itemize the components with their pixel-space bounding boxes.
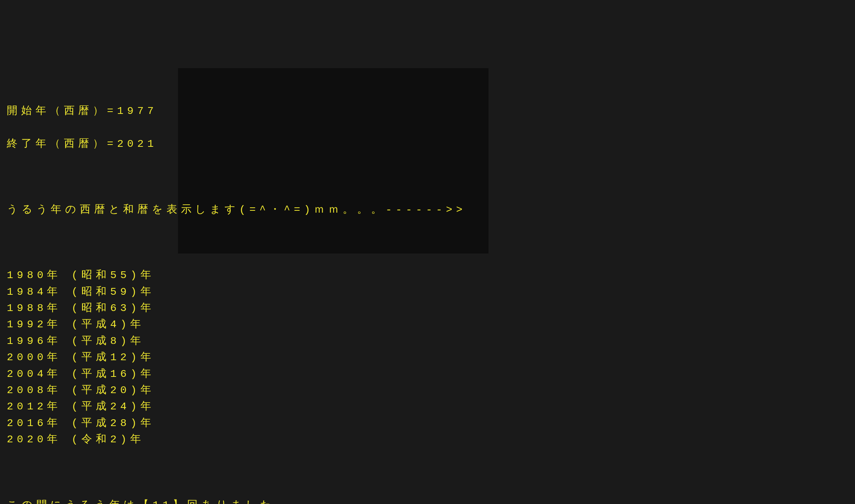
leap-year-row: 1984年 (昭和59)年 [7,284,848,300]
end-year-value: 2021 [117,138,157,150]
footer-prefix: この間にうるう年は【 [7,499,153,504]
leap-year-row: 2008年 (平成20)年 [7,382,848,398]
blank-line [7,464,848,481]
leap-year-row: 1980年 (昭和55)年 [7,267,848,283]
leap-year-row: 1988年 (昭和63)年 [7,300,848,316]
start-year-label: 開始年（西暦）= [7,105,117,117]
leap-year-row: 2020年 (令和2)年 [7,431,848,448]
leap-year-row: 2004年 (平成16)年 [7,366,848,382]
message-line: うるう年の西暦と和暦を表示します(=^・^=)ｍｍ。。。------>> [7,202,848,218]
leap-year-row: 1996年 (平成8)年 [7,333,848,349]
leap-year-row: 1992年 (平成4)年 [7,316,848,333]
footer-suffix: 】回ありました。 [173,499,289,504]
blank-line [7,169,848,185]
leap-year-row: 2000年 (平成12)年 [7,349,848,366]
background-block [178,68,488,254]
start-year-value: 1977 [117,105,157,117]
leap-year-row: 2012年 (平成24)年 [7,398,848,415]
footer-count: 11 [153,499,173,504]
leap-year-row: 2016年 (平成28)年 [7,415,848,431]
footer-line: この間にうるう年は【11】回ありました。 [7,497,848,504]
leap-year-list: 1980年 (昭和55)年1984年 (昭和59)年1988年 (昭和63)年1… [7,267,848,448]
start-year-line: 開始年（西暦）=1977 [7,103,848,119]
blank-line [7,234,848,250]
end-year-label: 終了年（西暦）= [7,138,117,150]
end-year-line: 終了年（西暦）=2021 [7,136,848,152]
